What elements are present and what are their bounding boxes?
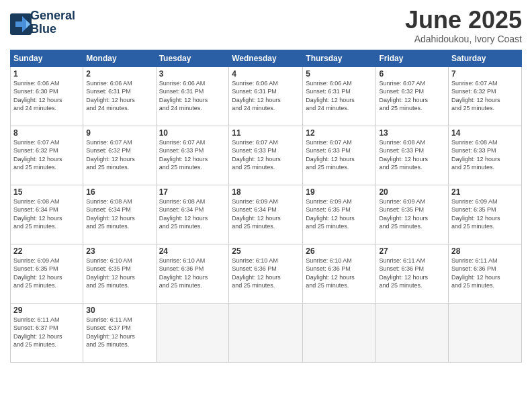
- day-number: 12: [306, 128, 373, 138]
- calendar-week-row: 22Sunrise: 6:09 AMSunset: 6:35 PMDayligh…: [11, 244, 522, 303]
- day-info: Sunrise: 6:09 AMSunset: 6:35 PMDaylight:…: [13, 257, 80, 290]
- day-number: 22: [13, 246, 80, 256]
- col-thursday: Thursday: [303, 50, 376, 66]
- calendar-cell: 2Sunrise: 6:06 AMSunset: 6:31 PMDaylight…: [83, 66, 156, 126]
- col-sunday: Sunday: [11, 50, 83, 66]
- day-info: Sunrise: 6:07 AMSunset: 6:33 PMDaylight:…: [159, 138, 226, 172]
- day-number: 21: [451, 187, 519, 197]
- col-wednesday: Wednesday: [229, 50, 303, 66]
- day-info: Sunrise: 6:08 AMSunset: 6:34 PMDaylight:…: [13, 197, 80, 231]
- day-info: Sunrise: 6:07 AMSunset: 6:32 PMDaylight:…: [86, 138, 152, 172]
- day-info: Sunrise: 6:07 AMSunset: 6:33 PMDaylight:…: [306, 138, 373, 172]
- day-number: 16: [86, 187, 152, 197]
- day-info: Sunrise: 6:07 AMSunset: 6:32 PMDaylight:…: [451, 79, 519, 113]
- col-friday: Friday: [376, 50, 449, 66]
- calendar-cell: 25Sunrise: 6:10 AMSunset: 6:36 PMDayligh…: [229, 244, 303, 303]
- calendar-cell: 26Sunrise: 6:10 AMSunset: 6:36 PMDayligh…: [303, 244, 376, 303]
- title-area: June 2025 Adahidoukou, Ivory Coast: [405, 7, 522, 44]
- day-number: 19: [306, 187, 373, 197]
- day-info: Sunrise: 6:07 AMSunset: 6:32 PMDaylight:…: [379, 79, 445, 113]
- calendar-cell: [376, 303, 449, 362]
- day-info: Sunrise: 6:08 AMSunset: 6:34 PMDaylight:…: [159, 197, 226, 231]
- calendar-cell: [229, 303, 303, 362]
- day-number: 6: [379, 69, 445, 79]
- calendar-page: General Blue June 2025 Adahidoukou, Ivor…: [0, 0, 532, 411]
- day-number: 18: [232, 187, 300, 197]
- day-number: 9: [86, 128, 152, 138]
- calendar-week-row: 1Sunrise: 6:06 AMSunset: 6:30 PMDaylight…: [11, 66, 522, 126]
- month-title: June 2025: [405, 7, 522, 34]
- calendar-week-row: 15Sunrise: 6:08 AMSunset: 6:34 PMDayligh…: [11, 185, 522, 244]
- calendar-week-row: 29Sunrise: 6:11 AMSunset: 6:37 PMDayligh…: [11, 303, 522, 362]
- calendar-cell: [156, 303, 229, 362]
- day-info: Sunrise: 6:08 AMSunset: 6:33 PMDaylight:…: [379, 138, 445, 172]
- calendar-cell: 22Sunrise: 6:09 AMSunset: 6:35 PMDayligh…: [11, 244, 83, 303]
- calendar-cell: 17Sunrise: 6:08 AMSunset: 6:34 PMDayligh…: [156, 185, 229, 244]
- day-number: 23: [86, 246, 152, 256]
- calendar-cell: 23Sunrise: 6:10 AMSunset: 6:35 PMDayligh…: [83, 244, 156, 303]
- day-info: Sunrise: 6:11 AMSunset: 6:37 PMDaylight:…: [86, 316, 152, 349]
- day-info: Sunrise: 6:06 AMSunset: 6:31 PMDaylight:…: [86, 79, 152, 113]
- logo-icon: [10, 13, 29, 32]
- logo-line1: General: [30, 9, 75, 23]
- day-info: Sunrise: 6:10 AMSunset: 6:36 PMDaylight:…: [232, 257, 300, 290]
- calendar-cell: 9Sunrise: 6:07 AMSunset: 6:32 PMDaylight…: [83, 126, 156, 185]
- calendar-cell: 10Sunrise: 6:07 AMSunset: 6:33 PMDayligh…: [156, 126, 229, 185]
- day-info: Sunrise: 6:06 AMSunset: 6:31 PMDaylight:…: [232, 79, 300, 113]
- calendar-cell: 27Sunrise: 6:11 AMSunset: 6:36 PMDayligh…: [376, 244, 449, 303]
- day-info: Sunrise: 6:06 AMSunset: 6:30 PMDaylight:…: [13, 79, 80, 113]
- day-number: 7: [451, 69, 519, 79]
- day-info: Sunrise: 6:06 AMSunset: 6:31 PMDaylight:…: [159, 79, 226, 113]
- day-info: Sunrise: 6:10 AMSunset: 6:35 PMDaylight:…: [86, 257, 152, 290]
- header: General Blue June 2025 Adahidoukou, Ivor…: [10, 7, 522, 44]
- calendar-cell: 30Sunrise: 6:11 AMSunset: 6:37 PMDayligh…: [83, 303, 156, 362]
- calendar-cell: 14Sunrise: 6:08 AMSunset: 6:33 PMDayligh…: [449, 126, 522, 185]
- calendar-cell: 28Sunrise: 6:11 AMSunset: 6:36 PMDayligh…: [449, 244, 522, 303]
- logo-text: General Blue: [30, 9, 75, 36]
- day-number: 28: [451, 246, 519, 256]
- col-tuesday: Tuesday: [156, 50, 229, 66]
- day-info: Sunrise: 6:10 AMSunset: 6:36 PMDaylight:…: [159, 257, 226, 290]
- day-info: Sunrise: 6:11 AMSunset: 6:36 PMDaylight:…: [379, 257, 445, 290]
- day-number: 20: [379, 187, 445, 197]
- day-info: Sunrise: 6:06 AMSunset: 6:31 PMDaylight:…: [306, 79, 373, 113]
- logo: General Blue: [10, 9, 75, 36]
- calendar-cell: 6Sunrise: 6:07 AMSunset: 6:32 PMDaylight…: [376, 66, 449, 126]
- day-number: 3: [159, 69, 226, 79]
- calendar-cell: 1Sunrise: 6:06 AMSunset: 6:30 PMDaylight…: [11, 66, 83, 126]
- calendar-cell: 8Sunrise: 6:07 AMSunset: 6:32 PMDaylight…: [11, 126, 83, 185]
- location: Adahidoukou, Ivory Coast: [405, 34, 522, 44]
- calendar-cell: 29Sunrise: 6:11 AMSunset: 6:37 PMDayligh…: [11, 303, 83, 362]
- calendar-cell: 20Sunrise: 6:09 AMSunset: 6:35 PMDayligh…: [376, 185, 449, 244]
- day-number: 4: [232, 69, 300, 79]
- calendar-cell: 11Sunrise: 6:07 AMSunset: 6:33 PMDayligh…: [229, 126, 303, 185]
- calendar-table: Sunday Monday Tuesday Wednesday Thursday…: [10, 50, 522, 363]
- calendar-cell: 15Sunrise: 6:08 AMSunset: 6:34 PMDayligh…: [11, 185, 83, 244]
- day-number: 25: [232, 246, 300, 256]
- day-info: Sunrise: 6:09 AMSunset: 6:34 PMDaylight:…: [232, 197, 300, 231]
- calendar-cell: [303, 303, 376, 362]
- day-number: 5: [306, 69, 373, 79]
- day-number: 29: [13, 306, 80, 315]
- day-number: 24: [159, 246, 226, 256]
- day-number: 14: [451, 128, 519, 138]
- day-number: 17: [159, 187, 226, 197]
- logo-line2: Blue: [30, 23, 75, 36]
- day-info: Sunrise: 6:09 AMSunset: 6:35 PMDaylight:…: [451, 197, 519, 231]
- calendar-cell: 16Sunrise: 6:08 AMSunset: 6:34 PMDayligh…: [83, 185, 156, 244]
- calendar-cell: [449, 303, 522, 362]
- day-info: Sunrise: 6:07 AMSunset: 6:32 PMDaylight:…: [13, 138, 80, 172]
- day-number: 8: [13, 128, 80, 138]
- day-info: Sunrise: 6:10 AMSunset: 6:36 PMDaylight:…: [306, 257, 373, 290]
- day-number: 10: [159, 128, 226, 138]
- day-info: Sunrise: 6:08 AMSunset: 6:34 PMDaylight:…: [86, 197, 152, 231]
- day-info: Sunrise: 6:11 AMSunset: 6:37 PMDaylight:…: [13, 316, 80, 349]
- day-number: 27: [379, 246, 445, 256]
- calendar-cell: 21Sunrise: 6:09 AMSunset: 6:35 PMDayligh…: [449, 185, 522, 244]
- calendar-cell: 7Sunrise: 6:07 AMSunset: 6:32 PMDaylight…: [449, 66, 522, 126]
- day-info: Sunrise: 6:07 AMSunset: 6:33 PMDaylight:…: [232, 138, 300, 172]
- calendar-cell: 24Sunrise: 6:10 AMSunset: 6:36 PMDayligh…: [156, 244, 229, 303]
- day-number: 2: [86, 69, 152, 79]
- calendar-cell: 12Sunrise: 6:07 AMSunset: 6:33 PMDayligh…: [303, 126, 376, 185]
- day-number: 26: [306, 246, 373, 256]
